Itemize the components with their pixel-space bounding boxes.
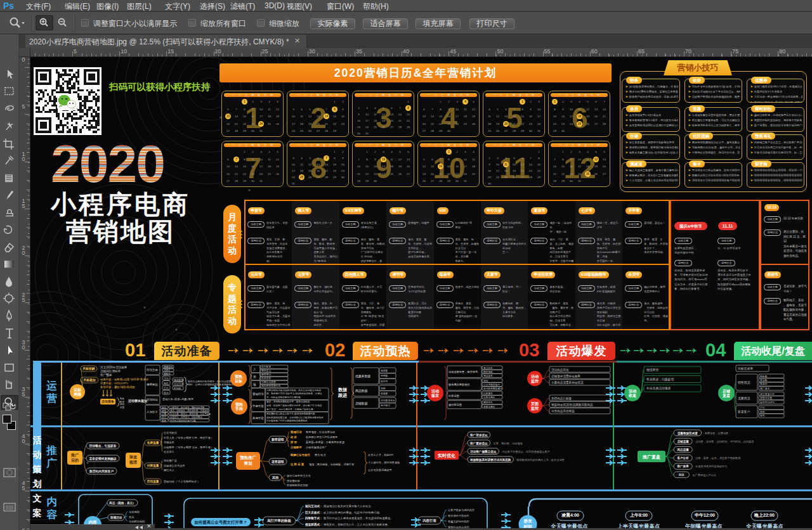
svg-text:活动力度: 活动力度 (174, 382, 183, 385)
svg-text:推新品: 推新品 (164, 372, 171, 375)
svg-text:补货商品库存根据: 补货商品库存根据 (551, 410, 575, 413)
svg-text:微震，海报预置图预热分享，裂变优惠预热。: 微震，海报预置图预热分享，裂变优惠预热。 (266, 400, 312, 403)
svg-text:转化: 转化 (759, 414, 765, 417)
svg-text:满减凑单: 满减凑单 (483, 374, 493, 377)
svg-text:未付款提醒及遍知: 未付款提醒及遍知 (483, 387, 502, 390)
svg-text:售后跟进，问题处理: 售后跟进，问题处理 (646, 377, 674, 382)
svg-text:优惠券数据: 优惠券数据 (355, 375, 370, 378)
svg-text:商品: 商品 (162, 409, 167, 412)
svg-text:根据数据及时调整活动页面思路: 根据数据及时调整活动页面思路 (469, 458, 511, 462)
svg-text:每户'关注'，为行专属分享，引爆每户品牌专属。: 每户'关注'，为行专属分享，引爆每户品牌专属。 (266, 408, 315, 411)
svg-text:推广复盘: 推广复盘 (642, 454, 660, 460)
svg-text:晚上22:00: 晚上22:00 (754, 512, 775, 518)
svg-text:网红达人: 网红达人 (164, 469, 175, 472)
svg-text:微信心愿单百万大号: 微信心愿单百万大号 (287, 474, 311, 477)
svg-text:预售商品尾款催付: 预售商品尾款催付 (448, 383, 470, 387)
svg-text:销售情况: 销售情况 (738, 380, 750, 385)
svg-text:限时抢购: 限时抢购 (483, 370, 493, 373)
svg-text:销售额: 销售额 (759, 375, 768, 378)
svg-text:客户分析: 客户分析 (676, 456, 689, 460)
svg-text:内容打造: 内容打造 (422, 519, 436, 523)
svg-text:目标规划: 目标规划 (83, 378, 95, 382)
svg-text:新老客户: 新老客户 (738, 410, 750, 414)
svg-text:付费流量: 付费流量 (146, 463, 159, 468)
svg-text:公众号关联话题设置: 公众号关联话题设置 (368, 469, 392, 472)
svg-text:目标: 目标 (74, 387, 81, 392)
svg-text:营销工具+秒杀+优惠+裂变: 营销工具+秒杀+优惠+裂变 (162, 398, 194, 401)
svg-text:活动流量: 活动流量 (146, 479, 159, 484)
svg-text:群聊智能派发页面: 群聊智能派发页面 (287, 484, 308, 487)
svg-text:商品（规格，卖点）: 商品（规格，卖点） (108, 501, 135, 505)
svg-text:店铺数据: 店铺数据 (355, 401, 367, 406)
svg-text:营销活动: 营销活动 (110, 515, 122, 520)
svg-text:推广渠道优化: 推广渠道优化 (469, 433, 488, 437)
svg-text:访问数据支出: 访问数据支出 (381, 399, 395, 402)
svg-text:自媒体公众号合作: 自媒体公众号合作 (164, 464, 185, 467)
svg-text:营销活动: 营销活动 (252, 392, 264, 396)
svg-text:商品流量: 商品流量 (676, 448, 689, 452)
svg-text:社群接龙: 社群接龙 (483, 392, 493, 395)
svg-text:朋友圈好友人脉众人脉小礼-裂变品牌双氛围气氛: 朋友圈好友人脉众人脉小礼-裂变品牌双氛围气氛 (266, 412, 315, 415)
svg-text:推爆单品: 推爆单品 (164, 365, 173, 368)
svg-text:公众号粉丝: 公众号粉丝 (164, 431, 178, 435)
svg-text:疑问互动式：: 疑问互动式： (304, 505, 323, 508)
svg-text:根据数据转化好的商品上浅，延失薄流量: 根据数据转化好的商品上浅，延失薄流量 (516, 458, 564, 462)
svg-text:备货: 备货 (120, 401, 125, 403)
svg-text:节奏管控，执行细化，随时活动调整: 节奏管控，执行细化，随时活动调整 (170, 406, 205, 409)
svg-text:跟进: 跟进 (337, 393, 347, 398)
svg-text:推广成本: 推广成本 (760, 387, 769, 390)
svg-text:营业额: 营业额 (760, 378, 768, 382)
svg-text:流量数据完成度: 流量数据完成度 (678, 431, 698, 436)
svg-text:收尾: 收尾 (629, 393, 636, 398)
svg-text:流量情况: 流量情况 (738, 396, 750, 401)
svg-text:定制私藏预热图文章，大促销售记忆点裂变预置配置预置: 定制私藏预热图文章，大促销售记忆点裂变预置配置预置 (266, 416, 324, 419)
svg-text:激活站内页面客户: 激活站内页面客户 (89, 469, 114, 474)
svg-text:活动整体规划: 活动整体规划 (128, 399, 147, 403)
svg-text:如何提高公众号图文打开率？: 如何提高公众号图文打开率？ (193, 520, 247, 525)
svg-text:活动推广侧重点优化: 活动推广侧重点优化 (470, 449, 497, 454)
svg-text:推广: 推广 (70, 453, 79, 457)
svg-text:店铺整体流量转化效果: 店铺整体流量转化效果 (551, 375, 580, 378)
svg-text:商品卖点: 商品卖点 (261, 369, 271, 372)
svg-text:活动筹备: 活动筹备 (101, 399, 115, 404)
svg-text:爆发: 爆发 (431, 393, 439, 398)
svg-text:活动: 活动 (431, 389, 439, 394)
svg-text:周期: 周期 (73, 392, 81, 397)
svg-text:用户提升: 用户提升 (381, 404, 390, 407)
svg-text:页面: 页面 (530, 401, 539, 406)
svg-text:预热: 预热 (235, 402, 243, 407)
svg-text:常规手段: 常规手段 (252, 404, 264, 408)
svg-text:热品准备: 热品准备 (261, 377, 271, 380)
svg-text:企业员工: 企业员工 (164, 450, 174, 453)
svg-text:客服: 客服 (162, 419, 167, 422)
svg-text:免费流量: 免费流量 (146, 441, 159, 445)
svg-text:活动规则: 活动规则 (129, 510, 140, 514)
svg-text:有趣又好玩的内容: 有趣又好玩的内容 (448, 520, 469, 524)
svg-text:唤醒公众号粉丝: 唤醒公众号粉丝 (291, 453, 310, 457)
svg-text:清库存: 清库存 (164, 368, 171, 372)
svg-text:渠道: 渠道 (129, 455, 138, 459)
svg-text:访问量，浏览量，访问时间，平均时间，访问渠道: 访问量，浏览量，访问时间，平均时间，访问渠道 (695, 440, 754, 444)
svg-text:利润款: 利润款 (174, 387, 181, 390)
svg-text:期，预置每个节日'活动'平台活动预置商品预售，引爆当: 期，预置每个节日'活动'平台活动预置商品预售，引爆当 (266, 392, 322, 395)
svg-text:新带新+老带新，不断裂变拓客源: 新带新+老带新，不断裂变拓客源 (306, 441, 345, 444)
svg-text:运营: 运营 (162, 406, 167, 409)
svg-text:策划: 策划 (244, 461, 252, 466)
svg-text:正式: 正式 (164, 386, 169, 389)
svg-text:数据: 数据 (338, 387, 347, 392)
svg-text:活动曝光，引流获客: 活动曝光，引流获客 (88, 444, 116, 448)
svg-text:加购: 加购 (380, 387, 386, 390)
svg-text:列举数字式：: 列举数字式： (304, 516, 323, 520)
svg-text:数字往往会让人感觉具有真实性，并且想迫切知道事实。: 数字往往会让人感觉具有真实性，并且想迫切知道事实。 (324, 517, 393, 520)
svg-text:执行服务: 执行服务 (261, 365, 271, 368)
svg-text:软文文案，宣传点，宣传文案，公众号链接: 软文文案，宣传点，宣传文案，公众号链接 (169, 413, 211, 415)
svg-text:人: 人 (253, 368, 256, 371)
svg-text:人员分工: 人员分工 (147, 410, 158, 413)
svg-text:社群专属价: 社群专属价 (483, 396, 495, 399)
svg-text:预热: 预热 (234, 374, 242, 379)
svg-text:推广预算: 推广预算 (100, 373, 112, 377)
svg-text:备货目标：爆款/福利/利润款: 备货目标：爆款/福利/利润款 (100, 385, 136, 389)
svg-text:销售目标：销售额=访客*转化率*客单价: 销售目标：销售额=访客*转化率*客单价 (100, 377, 149, 382)
svg-text:活动赠品福利: 活动赠品福利 (129, 520, 145, 523)
svg-text:分销裂变（“绽放小程序”分享，裂变引导）: 分销裂变（“绽放小程序”分享，裂变引导） (164, 446, 213, 449)
